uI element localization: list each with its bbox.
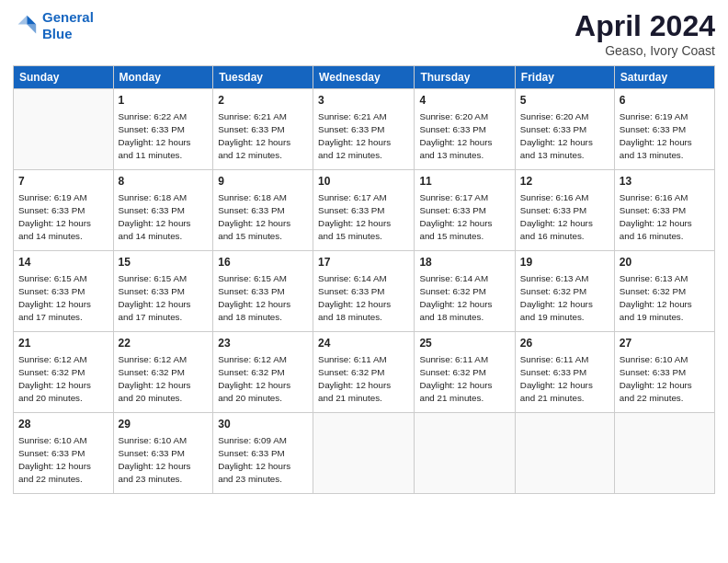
weekday-header: Saturday <box>614 66 714 89</box>
calendar: SundayMondayTuesdayWednesdayThursdayFrid… <box>13 65 715 494</box>
calendar-row: 14Sunrise: 6:15 AM Sunset: 6:33 PM Dayli… <box>14 251 715 332</box>
calendar-cell: 3Sunrise: 6:21 AM Sunset: 6:33 PM Daylig… <box>313 89 415 170</box>
day-info: Sunrise: 6:11 AM Sunset: 6:33 PM Dayligh… <box>520 353 609 406</box>
calendar-cell: 8Sunrise: 6:18 AM Sunset: 6:33 PM Daylig… <box>113 170 213 251</box>
calendar-row: 7Sunrise: 6:19 AM Sunset: 6:33 PM Daylig… <box>14 170 715 251</box>
day-number: 21 <box>18 336 108 351</box>
day-number: 23 <box>218 336 308 351</box>
day-info: Sunrise: 6:10 AM Sunset: 6:33 PM Dayligh… <box>119 434 209 487</box>
calendar-cell <box>415 413 515 494</box>
weekday-header: Sunday <box>14 66 114 89</box>
day-number: 29 <box>119 417 209 432</box>
calendar-cell: 21Sunrise: 6:12 AM Sunset: 6:32 PM Dayli… <box>14 332 114 413</box>
day-number: 24 <box>318 336 409 351</box>
calendar-cell: 12Sunrise: 6:16 AM Sunset: 6:33 PM Dayli… <box>515 170 614 251</box>
day-number: 6 <box>620 93 710 109</box>
day-info: Sunrise: 6:12 AM Sunset: 6:32 PM Dayligh… <box>18 353 108 406</box>
day-info: Sunrise: 6:19 AM Sunset: 6:33 PM Dayligh… <box>18 191 108 244</box>
day-number: 26 <box>520 336 609 351</box>
day-info: Sunrise: 6:10 AM Sunset: 6:33 PM Dayligh… <box>18 434 108 487</box>
day-info: Sunrise: 6:16 AM Sunset: 6:33 PM Dayligh… <box>520 191 609 244</box>
day-number: 2 <box>218 93 308 109</box>
day-info: Sunrise: 6:11 AM Sunset: 6:32 PM Dayligh… <box>318 353 409 406</box>
calendar-cell <box>515 413 614 494</box>
day-number: 10 <box>318 174 409 190</box>
day-info: Sunrise: 6:15 AM Sunset: 6:33 PM Dayligh… <box>119 272 209 325</box>
header: General Blue April 2024 Geaso, Ivory Coa… <box>13 9 715 58</box>
day-number: 15 <box>119 255 209 270</box>
calendar-cell: 11Sunrise: 6:17 AM Sunset: 6:33 PM Dayli… <box>415 170 515 251</box>
location-title: Geaso, Ivory Coast <box>574 43 715 58</box>
day-info: Sunrise: 6:21 AM Sunset: 6:33 PM Dayligh… <box>218 110 308 163</box>
day-number: 17 <box>318 255 409 270</box>
day-info: Sunrise: 6:09 AM Sunset: 6:33 PM Dayligh… <box>218 434 308 487</box>
day-number: 5 <box>520 93 609 109</box>
calendar-cell: 27Sunrise: 6:10 AM Sunset: 6:33 PM Dayli… <box>614 332 714 413</box>
calendar-cell: 1Sunrise: 6:22 AM Sunset: 6:33 PM Daylig… <box>113 89 213 170</box>
calendar-cell: 23Sunrise: 6:12 AM Sunset: 6:32 PM Dayli… <box>213 332 313 413</box>
calendar-cell: 28Sunrise: 6:10 AM Sunset: 6:33 PM Dayli… <box>14 413 114 494</box>
calendar-cell: 5Sunrise: 6:20 AM Sunset: 6:33 PM Daylig… <box>515 89 614 170</box>
day-info: Sunrise: 6:11 AM Sunset: 6:32 PM Dayligh… <box>419 353 509 406</box>
day-number: 8 <box>119 174 209 190</box>
day-number: 14 <box>18 255 108 270</box>
day-info: Sunrise: 6:17 AM Sunset: 6:33 PM Dayligh… <box>318 191 409 244</box>
calendar-cell: 29Sunrise: 6:10 AM Sunset: 6:33 PM Dayli… <box>113 413 213 494</box>
day-number: 16 <box>218 255 308 270</box>
calendar-cell: 24Sunrise: 6:11 AM Sunset: 6:32 PM Dayli… <box>313 332 415 413</box>
calendar-cell <box>614 413 714 494</box>
calendar-cell <box>313 413 415 494</box>
day-info: Sunrise: 6:20 AM Sunset: 6:33 PM Dayligh… <box>520 110 609 163</box>
day-info: Sunrise: 6:21 AM Sunset: 6:33 PM Dayligh… <box>318 110 409 163</box>
calendar-cell: 30Sunrise: 6:09 AM Sunset: 6:33 PM Dayli… <box>213 413 313 494</box>
day-info: Sunrise: 6:16 AM Sunset: 6:33 PM Dayligh… <box>620 191 710 244</box>
day-number: 28 <box>18 417 108 432</box>
logo-line2: Blue <box>42 26 73 41</box>
day-info: Sunrise: 6:15 AM Sunset: 6:33 PM Dayligh… <box>18 272 108 325</box>
logo-text: General Blue <box>42 9 94 42</box>
day-info: Sunrise: 6:12 AM Sunset: 6:32 PM Dayligh… <box>218 353 308 406</box>
day-info: Sunrise: 6:15 AM Sunset: 6:33 PM Dayligh… <box>218 272 308 325</box>
day-info: Sunrise: 6:17 AM Sunset: 6:33 PM Dayligh… <box>419 191 509 244</box>
logo-icon <box>13 13 39 39</box>
day-number: 3 <box>318 93 409 109</box>
day-number: 20 <box>620 255 710 270</box>
calendar-cell <box>14 89 114 170</box>
calendar-cell: 16Sunrise: 6:15 AM Sunset: 6:33 PM Dayli… <box>213 251 313 332</box>
weekday-header: Monday <box>113 66 213 89</box>
weekday-header: Wednesday <box>313 66 415 89</box>
svg-marker-1 <box>27 25 36 34</box>
title-block: April 2024 Geaso, Ivory Coast <box>574 9 715 58</box>
day-number: 30 <box>218 417 308 432</box>
calendar-cell: 14Sunrise: 6:15 AM Sunset: 6:33 PM Dayli… <box>14 251 114 332</box>
day-number: 12 <box>520 174 609 190</box>
calendar-cell: 2Sunrise: 6:21 AM Sunset: 6:33 PM Daylig… <box>213 89 313 170</box>
day-info: Sunrise: 6:18 AM Sunset: 6:33 PM Dayligh… <box>119 191 209 244</box>
day-number: 1 <box>119 93 209 109</box>
day-number: 19 <box>520 255 609 270</box>
day-number: 13 <box>620 174 710 190</box>
calendar-cell: 7Sunrise: 6:19 AM Sunset: 6:33 PM Daylig… <box>14 170 114 251</box>
calendar-row: 28Sunrise: 6:10 AM Sunset: 6:33 PM Dayli… <box>14 413 715 494</box>
weekday-header: Tuesday <box>213 66 313 89</box>
day-number: 7 <box>18 174 108 190</box>
calendar-body: 1Sunrise: 6:22 AM Sunset: 6:33 PM Daylig… <box>14 89 715 494</box>
svg-marker-0 <box>27 16 36 25</box>
day-number: 22 <box>119 336 209 351</box>
calendar-cell: 19Sunrise: 6:13 AM Sunset: 6:32 PM Dayli… <box>515 251 614 332</box>
weekday-header: Friday <box>515 66 614 89</box>
day-info: Sunrise: 6:10 AM Sunset: 6:33 PM Dayligh… <box>620 353 710 406</box>
day-info: Sunrise: 6:18 AM Sunset: 6:33 PM Dayligh… <box>218 191 308 244</box>
calendar-row: 21Sunrise: 6:12 AM Sunset: 6:32 PM Dayli… <box>14 332 715 413</box>
calendar-cell: 26Sunrise: 6:11 AM Sunset: 6:33 PM Dayli… <box>515 332 614 413</box>
calendar-cell: 18Sunrise: 6:14 AM Sunset: 6:32 PM Dayli… <box>415 251 515 332</box>
calendar-row: 1Sunrise: 6:22 AM Sunset: 6:33 PM Daylig… <box>14 89 715 170</box>
day-info: Sunrise: 6:14 AM Sunset: 6:32 PM Dayligh… <box>419 272 509 325</box>
day-info: Sunrise: 6:12 AM Sunset: 6:32 PM Dayligh… <box>119 353 209 406</box>
calendar-cell: 15Sunrise: 6:15 AM Sunset: 6:33 PM Dayli… <box>113 251 213 332</box>
calendar-cell: 17Sunrise: 6:14 AM Sunset: 6:33 PM Dayli… <box>313 251 415 332</box>
calendar-cell: 13Sunrise: 6:16 AM Sunset: 6:33 PM Dayli… <box>614 170 714 251</box>
day-info: Sunrise: 6:13 AM Sunset: 6:32 PM Dayligh… <box>620 272 710 325</box>
calendar-cell: 25Sunrise: 6:11 AM Sunset: 6:32 PM Dayli… <box>415 332 515 413</box>
day-info: Sunrise: 6:14 AM Sunset: 6:33 PM Dayligh… <box>318 272 409 325</box>
